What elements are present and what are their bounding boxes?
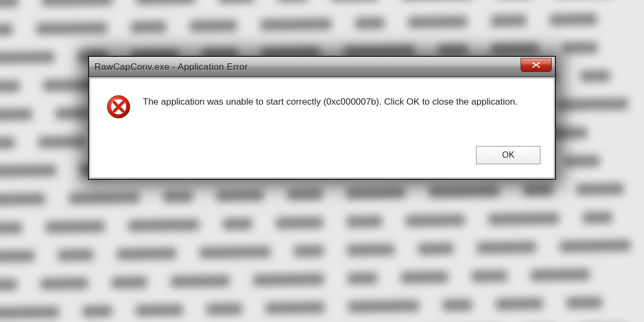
- error-icon: [106, 94, 131, 119]
- dialog-body: The application was unable to start corr…: [90, 78, 554, 130]
- dialog-title: RawCapConv.exe - Application Error: [94, 62, 248, 72]
- ok-button[interactable]: OK: [476, 146, 540, 164]
- dialog-footer: OK: [90, 130, 554, 178]
- error-message: The application was unable to start corr…: [143, 94, 533, 109]
- close-icon: [531, 61, 541, 69]
- close-button[interactable]: [521, 58, 552, 72]
- titlebar[interactable]: RawCapConv.exe - Application Error: [89, 57, 555, 77]
- error-dialog: RawCapConv.exe - Application Error The a…: [89, 56, 555, 179]
